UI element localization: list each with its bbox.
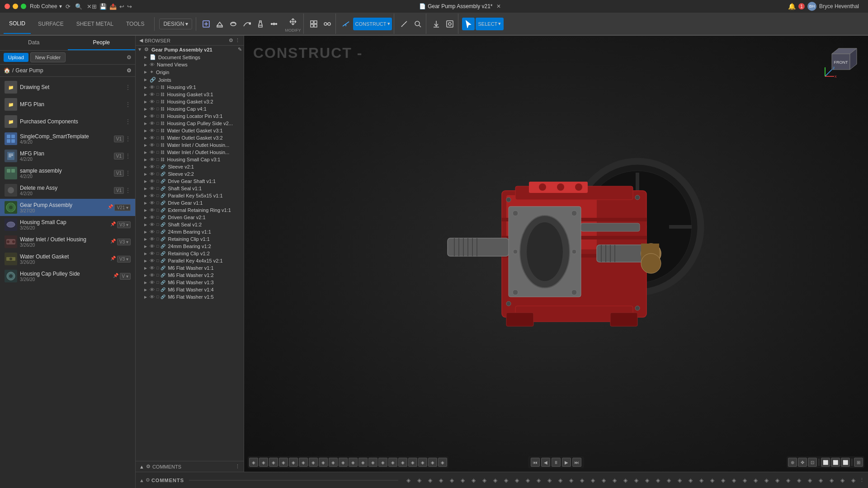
eye-icon[interactable]: 👁	[150, 258, 155, 263]
more-icon[interactable]: 📌	[113, 273, 118, 280]
comments-settings-icon[interactable]: ⚙	[146, 464, 151, 469]
timeline-icon6[interactable]: ◈	[299, 458, 308, 467]
view-cube[interactable]: FRONT Z X	[823, 45, 859, 81]
more-icon[interactable]: ⋮	[125, 170, 131, 177]
browser-item[interactable]: ▶ 👁 □ ⛓ Housing v9:1	[136, 84, 244, 91]
tree-arrow[interactable]: ▶	[143, 106, 148, 112]
list-item[interactable]: 📁 MFG Plan ⋮	[0, 96, 135, 113]
create-more-icon[interactable]	[268, 18, 280, 30]
timeline-icon15[interactable]: ◈	[388, 458, 397, 467]
eye-icon[interactable]: 👁	[150, 229, 155, 235]
tl-icon-10[interactable]: ◈	[501, 475, 511, 485]
select-dropdown[interactable]: SELECT ▾	[476, 18, 504, 30]
tree-arrow[interactable]: ▶	[143, 171, 148, 177]
move-icon[interactable]	[287, 15, 299, 28]
maximize-button[interactable]	[21, 4, 26, 9]
tl-icon-36[interactable]: ◈	[783, 475, 793, 485]
tree-arrow[interactable]: ▶	[143, 236, 148, 242]
timeline-icon9[interactable]: ◈	[329, 458, 338, 467]
tl-icon-11[interactable]: ◈	[512, 475, 522, 485]
redo-icon[interactable]: ↪	[127, 3, 132, 10]
tree-arrow[interactable]: ▶	[143, 258, 148, 263]
tl-icon-38[interactable]: ◈	[805, 475, 815, 485]
grid-icon[interactable]: ⊞	[92, 3, 97, 10]
comments-expand-icon[interactable]: ▲	[139, 464, 144, 469]
comments-toggle-icon[interactable]: ▲	[139, 478, 144, 483]
eye-icon[interactable]: 👁	[150, 222, 155, 227]
tree-arrow[interactable]: ▶	[143, 92, 148, 97]
tree-arrow[interactable]: ▶	[143, 251, 148, 256]
tl-icon-18[interactable]: ◈	[588, 475, 598, 485]
tl-icon-1[interactable]: ◈	[403, 475, 413, 485]
browser-item[interactable]: ▶ 👁 □ 🔗 M6 Flat Washer v1:3	[136, 279, 244, 286]
joint-icon[interactable]	[321, 18, 334, 30]
save-icon[interactable]: 💾	[99, 3, 107, 10]
home-icon[interactable]: 🏠	[4, 67, 10, 74]
browser-item[interactable]: ▶ 📄 Document Settings	[136, 53, 244, 61]
eye-icon[interactable]: 👁	[150, 99, 155, 104]
sweep-icon[interactable]	[241, 18, 253, 30]
undo-icon[interactable]: ↩	[119, 3, 124, 10]
tl-icon-30[interactable]: ◈	[718, 475, 728, 485]
tool-tab-tools[interactable]: TOOLS	[121, 14, 150, 34]
tl-icon-15[interactable]: ◈	[555, 475, 565, 485]
list-item[interactable]: MFG Plan 4/2/20 V1 ⋮	[0, 147, 135, 164]
search-icon[interactable]: 🔍	[75, 3, 82, 10]
new-folder-button[interactable]: New Folder	[30, 52, 66, 62]
tl-icon-4[interactable]: ◈	[436, 475, 446, 485]
browser-more-icon[interactable]: ⋮	[235, 38, 240, 43]
eye-icon[interactable]: 👁	[150, 287, 155, 292]
browser-item[interactable]: ▶ 👁 □ 🔗 Shaft Seal v1:1	[136, 185, 244, 192]
tl-icon-31[interactable]: ◈	[729, 475, 739, 485]
list-item[interactable]: sample assembly 4/2/20 V1 ⋮	[0, 164, 135, 182]
tl-icon-37[interactable]: ◈	[794, 475, 804, 485]
tree-arrow[interactable]: ▶	[143, 150, 148, 155]
breadcrumb-gear-pump[interactable]: Gear Pump	[15, 67, 43, 74]
timeline-icon10[interactable]: ◈	[339, 458, 348, 467]
pan-icon[interactable]: ✥	[798, 458, 807, 467]
new-component-icon[interactable]	[200, 18, 212, 30]
timeline-icon11[interactable]: ◈	[349, 458, 358, 467]
eye-icon[interactable]: 👁	[150, 294, 155, 300]
browser-item[interactable]: ▶ 👁 □ ⛓ Water Inlet / Outlet Housin...	[136, 149, 244, 156]
more-icon[interactable]: ⋮	[125, 118, 131, 125]
timeline-icon18[interactable]: ◈	[418, 458, 427, 467]
close-tab-icon[interactable]: ✕	[496, 3, 501, 9]
timeline-icon5[interactable]: ◈	[289, 458, 298, 467]
more-icon[interactable]: 📌	[110, 256, 116, 263]
tl-icon-7[interactable]: ◈	[468, 475, 478, 485]
eye-icon[interactable]: 👁	[150, 236, 155, 242]
tool-tab-solid[interactable]: SOLID	[4, 14, 31, 34]
skip-start-button[interactable]: ⏮	[531, 458, 540, 467]
browser-item[interactable]: ▶ 👁 □ 🔗 M6 Flat Washer v1:4	[136, 286, 244, 293]
tl-icon-25[interactable]: ◈	[664, 475, 674, 485]
tl-icon-24[interactable]: ◈	[653, 475, 663, 485]
tree-arrow[interactable]: ▶	[143, 287, 148, 292]
timeline-icon14[interactable]: ◈	[378, 458, 387, 467]
breadcrumb-settings-icon[interactable]: ⚙	[127, 67, 132, 74]
extrude-icon[interactable]	[213, 18, 226, 30]
tool-tab-sheetmetal[interactable]: SHEET METAL	[71, 14, 119, 34]
effect-icon[interactable]: ⬜	[841, 458, 850, 467]
tl-icon-8[interactable]: ◈	[479, 475, 489, 485]
tl-icon-34[interactable]: ◈	[761, 475, 771, 485]
list-item[interactable]: Housing Small Cap 3/26/20 📌 V3 ▾	[0, 216, 135, 233]
eye-icon[interactable]: 👁	[150, 193, 155, 198]
timeline-icon12[interactable]: ◈	[359, 458, 368, 467]
browser-item[interactable]: ▶ 👁 □ 🔗 Parallel Key 4x4x15 v2:1	[136, 257, 244, 264]
browser-item[interactable]: ▶ 👁 □ 🔗 Retaining Clip v1:2	[136, 250, 244, 257]
browser-item[interactable]: ▶ 👁 □ 🔗 Sleeve v2:1	[136, 163, 244, 170]
list-item[interactable]: Delete me Assy 4/2/20 V1 ⋮	[0, 182, 135, 199]
tree-arrow[interactable]: ▶	[143, 70, 148, 75]
browser-item[interactable]: ▶ 👁 □ ⛓ Water Outlet Gasket v3:2	[136, 134, 244, 141]
tree-arrow[interactable]: ▶	[143, 193, 148, 198]
browser-item[interactable]: ▶ ✦ Origin	[136, 68, 244, 76]
zoom-fit-icon[interactable]: ⊡	[808, 458, 817, 467]
tree-arrow[interactable]: ▶	[143, 128, 148, 133]
tree-arrow[interactable]: ▶	[143, 157, 148, 162]
tl-icon-16[interactable]: ◈	[566, 475, 576, 485]
inspect-icon[interactable]	[411, 18, 424, 30]
browser-item[interactable]: ▶ 👁 □ 🔗 Drive Gear v1:1	[136, 199, 244, 206]
tl-icon-33[interactable]: ◈	[750, 475, 760, 485]
eye-icon[interactable]: 👁	[150, 280, 155, 285]
